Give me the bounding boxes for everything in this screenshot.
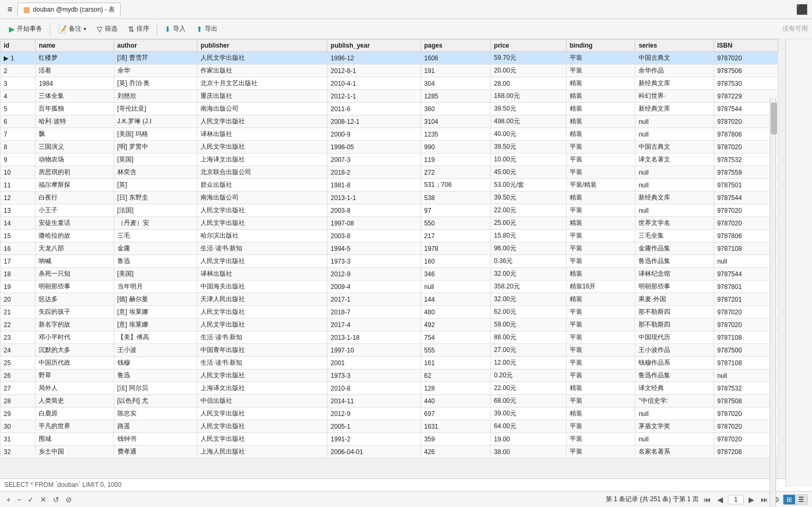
cell-publisher[interactable]: 重庆出版社 <box>197 90 327 103</box>
cell-id[interactable]: 6 <box>1 115 35 128</box>
cell-name[interactable]: 撒哈拉的故 <box>35 230 114 242</box>
table-row[interactable]: 23邓小平时代【美】傅高生活·读书·新知2013-1-1875488.00元平装… <box>1 331 778 344</box>
cell-author[interactable]: 钱穆 <box>114 357 197 369</box>
cell-publisher[interactable]: 人民文学出版社 <box>197 420 327 433</box>
cell-price[interactable]: 22.00元 <box>490 382 566 395</box>
cell-name[interactable]: 围城 <box>35 433 114 446</box>
cell-publish_year[interactable]: 2012-9 <box>327 268 421 280</box>
cell-name[interactable]: 野草 <box>35 369 114 382</box>
cell-series[interactable]: 王小波作品 <box>635 344 714 357</box>
cell-id[interactable]: 25 <box>1 357 35 369</box>
cell-publisher[interactable]: 上海译文出版社 <box>197 153 327 166</box>
cell-id[interactable]: 5 <box>1 103 35 115</box>
cell-price[interactable]: 39.50元 <box>490 103 566 115</box>
cell-series[interactable]: 那不勒斯四 <box>635 319 714 331</box>
grid-view-button[interactable]: ⊞ <box>783 495 795 504</box>
cell-author[interactable]: （丹麦）安 <box>114 217 197 230</box>
cell-name[interactable]: 沉默的大多 <box>35 344 114 357</box>
last-page-button[interactable]: ⏭ <box>759 495 770 504</box>
cell-name[interactable]: 惩达多 <box>35 293 114 306</box>
cell-ISBN[interactable]: 9787108 <box>714 242 778 255</box>
cell-ISBN[interactable]: 9787501 <box>714 179 778 192</box>
cell-id[interactable]: 23 <box>1 331 35 344</box>
cell-author[interactable]: [法国] <box>114 204 197 217</box>
start-transaction-button[interactable]: ▶ 开始事务 <box>4 22 47 36</box>
cell-binding[interactable]: 平装 <box>566 331 635 344</box>
cell-price[interactable]: 0.36元 <box>490 255 566 268</box>
cell-price[interactable]: 25.00元 <box>490 217 566 230</box>
cell-pages[interactable]: 191 <box>421 65 490 77</box>
cell-price[interactable]: 0.20元 <box>490 369 566 382</box>
cell-ISBN[interactable]: null <box>714 255 778 268</box>
cell-binding[interactable]: 平装 <box>566 204 635 217</box>
cell-price[interactable]: 68.00元 <box>490 395 566 408</box>
cell-publish_year[interactable]: 2001 <box>327 357 421 369</box>
col-header-id[interactable]: id <box>1 40 35 52</box>
cell-publisher[interactable]: 人民文学出版社 <box>197 369 327 382</box>
cell-id[interactable]: 4 <box>1 90 35 103</box>
title-tab[interactable]: ▦ douban @mydb (carson) - 表 <box>17 3 121 16</box>
sort-button[interactable]: ⇅ 排序 <box>123 22 154 36</box>
cell-publish_year[interactable]: 1994-5 <box>327 242 421 255</box>
table-row[interactable]: 24沉默的大多王小波中国青年出版社1997-1055527.00元平装王小波作品… <box>1 344 778 357</box>
cell-price[interactable]: 39.50元 <box>490 141 566 153</box>
cell-pages[interactable]: 531；706 <box>421 179 490 192</box>
cell-author[interactable]: [美国] 玛格 <box>114 128 197 141</box>
cell-name[interactable]: 三体全集 <box>35 90 114 103</box>
cell-ISBN[interactable]: 9787544 <box>714 268 778 280</box>
cell-pages[interactable]: 426 <box>421 446 490 458</box>
cell-id[interactable]: 20 <box>1 293 35 306</box>
table-row[interactable]: 7飘[美国] 玛格译林出版社2000-9123540.00元精装null9787… <box>1 128 778 141</box>
cell-id[interactable]: 10 <box>1 166 35 179</box>
table-row[interactable]: 12白夜行[日] 东野圭南海出版公司2013-1-153839.50元精装新经典… <box>1 192 778 204</box>
cell-id[interactable]: 22 <box>1 319 35 331</box>
cell-name[interactable]: 中国历代政 <box>35 357 114 369</box>
cell-ISBN[interactable]: 9787020 <box>714 115 778 128</box>
cell-pages[interactable]: 555 <box>421 344 490 357</box>
cell-ISBN[interactable]: 9787544 <box>714 103 778 115</box>
cell-id[interactable]: 8 <box>1 141 35 153</box>
cell-id[interactable]: 7 <box>1 128 35 141</box>
cell-publisher[interactable]: 译林出版社 <box>197 268 327 280</box>
cell-pages[interactable]: 161 <box>421 357 490 369</box>
scroll-indicator[interactable] <box>770 97 776 507</box>
cell-pages[interactable]: null <box>421 280 490 293</box>
cell-price[interactable]: 19.00 <box>490 433 566 446</box>
export-button[interactable]: ⬆ 导出 <box>191 22 222 36</box>
cell-publisher[interactable]: 人民文学出版社 <box>197 141 327 153</box>
cell-price[interactable]: 53.00元/套 <box>490 179 566 192</box>
cell-series[interactable]: null <box>635 408 714 420</box>
cell-publish_year[interactable]: 1991-2 <box>327 433 421 446</box>
cell-ISBN[interactable]: 9787208 <box>714 446 778 458</box>
cell-pages[interactable]: 346 <box>421 268 490 280</box>
first-page-button[interactable]: ⏮ <box>702 495 713 504</box>
cell-name[interactable]: 失踪的孩子 <box>35 306 114 319</box>
cell-pages[interactable]: 1606 <box>421 52 490 65</box>
cell-publisher[interactable]: 作家出版社 <box>197 65 327 77</box>
cell-price[interactable]: 20.00元 <box>490 65 566 77</box>
cell-series[interactable]: 余华作品 <box>635 65 714 77</box>
cell-price[interactable]: 27.00元 <box>490 344 566 357</box>
table-row[interactable]: 16天龙八部金庸生活·读书·新知1994-5197896.00元平装金庸作品集9… <box>1 242 778 255</box>
table-row[interactable]: 14安徒生童话（丹麦）安人民文学出版社1997-0855025.00元精装世界文… <box>1 217 778 230</box>
cell-pages[interactable]: 217 <box>421 230 490 242</box>
cell-ISBN[interactable]: 9787544 <box>714 192 778 204</box>
table-row[interactable]: 19明朝那些事当年明月中国海关出版社2009-4null358.20元精装16开… <box>1 280 778 293</box>
cell-pages[interactable]: 3104 <box>421 115 490 128</box>
cell-author[interactable]: [哥伦比亚] <box>114 103 197 115</box>
cell-publisher[interactable]: 哈尔滨出版社 <box>197 230 327 242</box>
cell-series[interactable]: 明朝那些事 <box>635 280 714 293</box>
cell-publisher[interactable]: 人民文学出版社 <box>197 408 327 420</box>
cell-binding[interactable]: 平装 <box>566 420 635 433</box>
cell-id[interactable]: 29 <box>1 408 35 420</box>
cell-price[interactable]: 88.00元 <box>490 331 566 344</box>
cell-price[interactable]: 15.80元 <box>490 230 566 242</box>
cell-id[interactable]: 28 <box>1 395 35 408</box>
cell-publish_year[interactable]: 2003-8 <box>327 204 421 217</box>
cell-publisher[interactable]: 中国青年出版社 <box>197 344 327 357</box>
cell-author[interactable]: [英国] <box>114 153 197 166</box>
cell-author[interactable]: [意] 埃莱娜 <box>114 306 197 319</box>
table-row[interactable]: 11福尔摩斯探[英]群众出版社1981-8531；70653.00元/套平装/精… <box>1 179 778 192</box>
cell-binding[interactable]: 精装 <box>566 128 635 141</box>
cell-pages[interactable]: 62 <box>421 369 490 382</box>
